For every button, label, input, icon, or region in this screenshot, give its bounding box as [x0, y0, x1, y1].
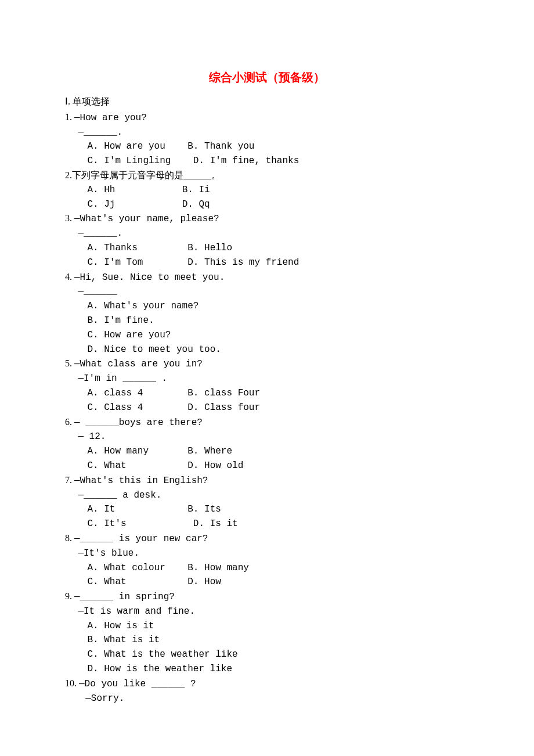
question-4: 4. —Hi, Sue. Nice to meet you. —______ A… — [65, 270, 469, 357]
q9-prompt1: —______ in spring? — [74, 592, 175, 602]
q7-prompt2: —______ a desk. — [65, 488, 469, 503]
q5-prompt1: —What class are you in? — [74, 359, 203, 369]
q6-prompt2: — 12. — [65, 430, 469, 444]
q10-prompt1: —Do you like ______ ? — [79, 679, 196, 689]
q2-prompt1: 下列字母属于元音字母的是______。 — [72, 170, 221, 180]
q5-optB: B. class Four — [187, 388, 260, 398]
q4-prompt1: —Hi, Sue. Nice to meet you. — [74, 272, 225, 283]
q1-prompt1: —How are you? — [74, 113, 147, 123]
q6-prompt1: — ______boys are there? — [74, 417, 203, 428]
q8-prompt2: —It's blue. — [65, 546, 469, 561]
q3-prompt2: —______. — [65, 226, 469, 241]
q1-optD: D. I'm fine, thanks — [193, 156, 299, 166]
section-label: Ⅰ. 单项选择 — [65, 95, 469, 109]
q7-optB: B. Its — [187, 504, 221, 514]
q2-optB: B. Ii — [182, 185, 210, 195]
q8-prompt1: —______ is your new car? — [74, 534, 208, 544]
q9-optB: B. What is it — [65, 633, 469, 647]
q5-num: 5. — [65, 358, 72, 368]
q4-prompt2: —______ — [65, 285, 469, 299]
q7-optD: D. Is it — [193, 519, 238, 529]
q2-optD: D. Qq — [182, 199, 210, 210]
q7-optA: A. It — [87, 504, 115, 514]
q7-optC: C. It's — [87, 519, 126, 529]
q8-optC: C. What — [87, 577, 126, 587]
q2-num: 2. — [65, 170, 72, 180]
q1-num: 1. — [65, 112, 72, 122]
q9-num: 9. — [65, 591, 72, 601]
q9-optD: D. How is the weather like — [65, 662, 469, 676]
q5-optD: D. Class four — [187, 402, 260, 413]
q4-optA: A. What's your name? — [65, 299, 469, 314]
q4-optC: C. How are you? — [65, 328, 469, 343]
q6-num: 6. — [65, 417, 72, 427]
question-6: 6. — ______boys are there? — 12. A. How … — [65, 415, 469, 473]
q9-prompt2: —It is warm and fine. — [65, 604, 469, 619]
q4-num: 4. — [65, 272, 72, 282]
question-5: 5. —What class are you in? —I'm in _____… — [65, 357, 469, 415]
question-8: 8. —______ is your new car? —It's blue. … — [65, 531, 469, 589]
q3-optB: B. Hello — [187, 243, 232, 253]
question-2: 2.下列字母属于元音字母的是______。 A. Hh B. Ii C. Jj … — [65, 168, 469, 211]
question-10: 10. —Do you like ______ ? —Sorry. — [65, 676, 469, 706]
q10-prompt2: —Sorry. — [65, 692, 469, 706]
q7-num: 7. — [65, 475, 72, 485]
q9-optA: A. How is it — [65, 619, 469, 633]
q8-num: 8. — [65, 533, 72, 543]
question-3: 3. —What's your name, please? —______. A… — [65, 211, 469, 269]
q4-optD: D. Nice to meet you too. — [65, 343, 469, 357]
q2-optA: A. Hh — [87, 185, 115, 195]
q7-prompt1: —What's this in English? — [74, 476, 208, 486]
q5-optA: A. class 4 — [87, 388, 143, 398]
q6-optC: C. What — [87, 460, 126, 471]
q1-optB: B. Thank you — [187, 141, 254, 152]
q3-num: 3. — [65, 213, 72, 223]
question-9: 9. —______ in spring? —It is warm and fi… — [65, 589, 469, 676]
q1-optA: A. How are you — [87, 141, 165, 152]
q1-optC: C. I'm Lingling — [87, 156, 171, 166]
q6-optA: A. How many — [87, 446, 149, 456]
q2-optC: C. Jj — [87, 199, 115, 210]
q4-optB: B. I'm fine. — [65, 314, 469, 328]
q8-optA: A. What colour — [87, 563, 165, 573]
q8-optB: B. How many — [187, 563, 249, 573]
q3-prompt1: —What's your name, please? — [74, 214, 219, 224]
q10-num: 10. — [65, 678, 77, 688]
q9-optC: C. What is the weather like — [65, 647, 469, 662]
q6-optD: D. How old — [187, 460, 243, 471]
q5-optC: C. Class 4 — [87, 402, 143, 413]
q3-optD: D. This is my friend — [187, 257, 299, 268]
q6-optB: B. Where — [187, 446, 232, 456]
question-1: 1. —How are you? —______. A. How are you… — [65, 110, 469, 168]
q5-prompt2: —I'm in ______ . — [65, 372, 469, 386]
page-title: 综合小测试（预备级） — [65, 69, 469, 87]
q3-optC: C. I'm Tom — [87, 257, 143, 268]
q8-optD: D. How — [187, 577, 221, 587]
q1-prompt2: —______. — [65, 125, 469, 140]
question-7: 7. —What's this in English? —______ a de… — [65, 473, 469, 531]
q3-optA: A. Thanks — [87, 243, 137, 253]
